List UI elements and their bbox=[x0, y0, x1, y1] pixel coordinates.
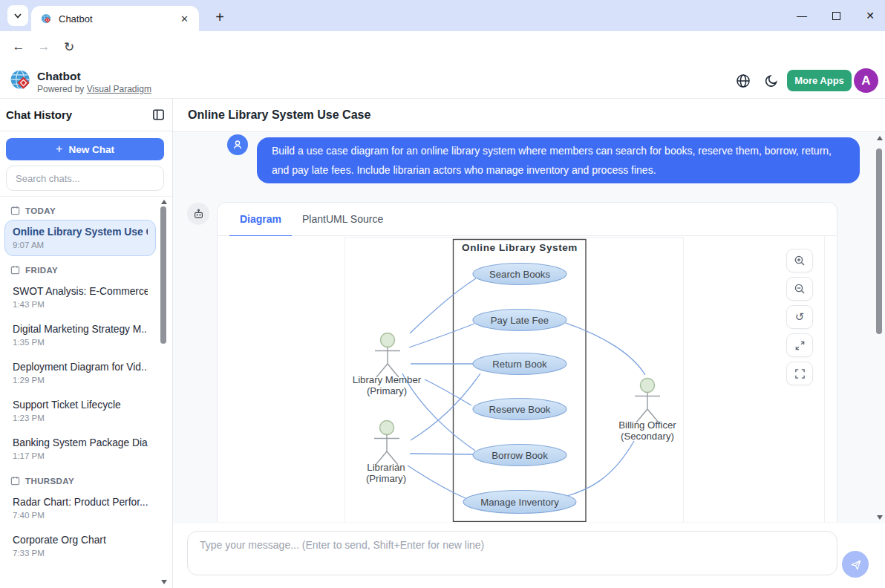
forward-button[interactable]: → bbox=[31, 39, 56, 54]
group-header-friday: FRIDAY bbox=[0, 261, 159, 278]
chat-history-sidebar: Chat History + New Chat TODAY Online Lib… bbox=[0, 99, 173, 588]
zoom-in-icon bbox=[794, 255, 806, 267]
collapse-sidebar-icon[interactable] bbox=[152, 108, 165, 121]
browser-tab-chatbot[interactable]: Chatbot ✕ bbox=[31, 6, 199, 31]
window-minimize-button[interactable]: — bbox=[796, 10, 808, 22]
visual-paradigm-logo bbox=[9, 68, 33, 92]
chat-item-deployment[interactable]: Deployment Diagram for Vid... 1:29 PM bbox=[4, 355, 156, 391]
chevron-down-icon bbox=[13, 10, 23, 21]
sidebar-title: Chat History bbox=[6, 108, 152, 121]
calendar-icon bbox=[10, 476, 20, 486]
group-header-today: TODAY bbox=[0, 201, 159, 218]
svg-text:Reserve Book: Reserve Book bbox=[489, 404, 551, 415]
tab-diagram[interactable]: Diagram bbox=[229, 203, 292, 236]
new-tab-button[interactable]: + bbox=[209, 7, 230, 27]
user-profile-avatar[interactable]: A bbox=[854, 68, 878, 93]
svg-text:Manage Inventory: Manage Inventory bbox=[480, 497, 559, 508]
expand-button[interactable] bbox=[786, 333, 813, 357]
diagram-zoom-toolbar: ↺ bbox=[786, 249, 813, 385]
window-close-button[interactable]: ✕ bbox=[864, 10, 876, 22]
calendar-icon bbox=[10, 265, 20, 275]
language-globe-icon[interactable] bbox=[736, 74, 751, 88]
actor-label: Library Member bbox=[353, 374, 422, 385]
zoom-in-button[interactable] bbox=[786, 249, 813, 272]
diagram-tabs: Diagram PlantUML Source bbox=[218, 203, 837, 236]
search-chats-input[interactable] bbox=[6, 166, 164, 191]
person-icon bbox=[232, 139, 244, 151]
chat-item-support-ticket[interactable]: Support Ticket Lifecycle 1:23 PM bbox=[4, 393, 156, 429]
tab-plantuml-source[interactable]: PlantUML Source bbox=[292, 203, 393, 236]
browser-tabstrip: Chatbot ✕ + — ✕ bbox=[0, 0, 885, 31]
browser-window: Chatbot ✕ + — ✕ ← → ↻ ai-toolbox.visual-… bbox=[0, 0, 885, 588]
fullscreen-brackets-icon bbox=[794, 368, 806, 379]
svg-text:Return Book: Return Book bbox=[492, 359, 547, 370]
user-message-bubble: Build a use case diagram for an online l… bbox=[257, 137, 860, 183]
window-maximize-button[interactable] bbox=[830, 12, 842, 20]
tab-close-icon[interactable]: ✕ bbox=[177, 13, 192, 24]
message-input[interactable] bbox=[187, 531, 837, 575]
powered-by: Powered by Visual Paradigm bbox=[37, 84, 151, 94]
send-button[interactable] bbox=[842, 551, 869, 578]
diagram-card: Diagram PlantUML Source bbox=[217, 202, 837, 522]
conversation-title: Online Library System Use Case bbox=[188, 108, 370, 122]
main-panel: Online Library System Use Case Build a u… bbox=[173, 99, 885, 588]
tab-search-button[interactable] bbox=[7, 5, 28, 26]
chat-area: Build a use case diagram for an online l… bbox=[173, 132, 885, 523]
tab-title: Chatbot bbox=[59, 13, 177, 24]
svg-text:Search Books: Search Books bbox=[489, 269, 551, 280]
more-apps-button[interactable]: More Apps bbox=[787, 70, 852, 91]
reset-view-button[interactable]: ↺ bbox=[786, 305, 813, 329]
browser-toolbar: ← → ↻ ai-toolbox.visual-paradigm.com/app… bbox=[0, 31, 885, 62]
chat-item-swot[interactable]: SWOT Analysis: E-Commerce... 1:43 PM bbox=[4, 279, 156, 316]
zoom-out-icon bbox=[794, 283, 806, 295]
user-message-avatar bbox=[227, 134, 248, 155]
system-title: Online Library System bbox=[462, 242, 578, 253]
message-input-area bbox=[173, 523, 885, 588]
scrollbar-thumb[interactable] bbox=[876, 148, 882, 334]
svg-text:Borrow Book: Borrow Book bbox=[492, 450, 548, 461]
visual-paradigm-link[interactable]: Visual Paradigm bbox=[87, 84, 151, 94]
actor-label: Billing Officer bbox=[618, 419, 676, 431]
chat-item-digital-marketing[interactable]: Digital Marketing Strategy M... 1:35 PM bbox=[4, 317, 156, 353]
diagram-viewport[interactable]: Online Library System bbox=[218, 236, 837, 522]
scroll-down-icon[interactable] bbox=[877, 515, 883, 520]
chat-item-online-library[interactable]: Online Library System Use C... 9:07 AM bbox=[4, 220, 156, 256]
reset-icon: ↺ bbox=[795, 310, 805, 324]
calendar-icon bbox=[10, 206, 20, 215]
use-case-diagram: Online Library System bbox=[218, 236, 837, 522]
sidebar-scrollbar[interactable] bbox=[160, 196, 168, 588]
actor-role: (Primary) bbox=[366, 473, 406, 484]
fullscreen-button[interactable] bbox=[786, 362, 813, 385]
refresh-button[interactable]: ↻ bbox=[56, 39, 82, 55]
send-plane-icon bbox=[849, 558, 862, 571]
chat-list: TODAY Online Library System Use C... 9:0… bbox=[0, 197, 159, 588]
actor-label: Librarian bbox=[367, 462, 405, 473]
visual-paradigm-favicon bbox=[40, 13, 53, 25]
group-header-thursday: THURSDAY bbox=[0, 471, 159, 489]
bot-avatar bbox=[187, 203, 209, 225]
new-chat-button[interactable]: + New Chat bbox=[6, 138, 164, 160]
svg-text:Pay Late Fee: Pay Late Fee bbox=[491, 315, 549, 326]
chat-item-radar-chart[interactable]: Radar Chart: Product Perfor... 7:40 PM bbox=[4, 490, 156, 526]
plus-icon: + bbox=[56, 143, 62, 156]
chat-item-banking[interactable]: Banking System Package Dia... 1:17 PM bbox=[4, 431, 156, 467]
chat-item-org-chart[interactable]: Corporate Org Chart 7:33 PM bbox=[4, 528, 156, 564]
chat-scrollbar[interactable] bbox=[875, 132, 884, 523]
zoom-out-button[interactable] bbox=[786, 277, 813, 301]
scroll-up-icon[interactable] bbox=[161, 200, 167, 204]
back-button[interactable]: ← bbox=[6, 39, 31, 54]
actor-role: (Primary) bbox=[367, 385, 407, 396]
scroll-up-icon[interactable] bbox=[877, 136, 883, 140]
scroll-down-icon[interactable] bbox=[161, 580, 167, 584]
actor-role: (Secondary) bbox=[621, 431, 674, 442]
app-title: Chatbot bbox=[37, 70, 81, 83]
dark-mode-moon-icon[interactable] bbox=[764, 74, 779, 88]
expand-arrows-icon bbox=[794, 340, 806, 351]
robot-icon bbox=[192, 208, 205, 220]
scrollbar-thumb[interactable] bbox=[160, 206, 166, 344]
